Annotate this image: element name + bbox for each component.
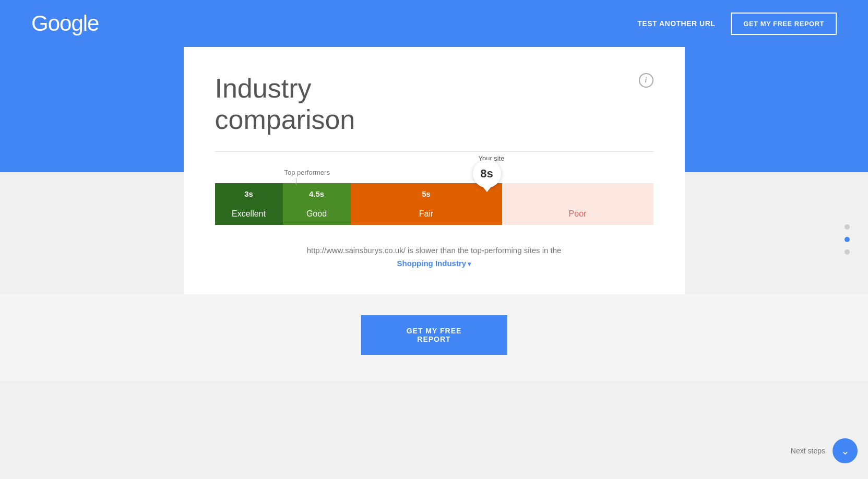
- description-section: http://www.sainsburys.co.uk/ is slower t…: [215, 246, 653, 268]
- info-icon[interactable]: i: [639, 73, 653, 88]
- bar-good: 4.5s Good: [283, 183, 351, 225]
- header: Google TEST ANOTHER URL GET MY FREE REPO…: [0, 0, 868, 47]
- next-steps-label: Next steps: [791, 447, 825, 455]
- test-another-url-button[interactable]: TEST ANOTHER URL: [637, 19, 715, 28]
- bar-excellent-label: Excellent: [232, 209, 266, 219]
- google-logo: Google: [31, 11, 99, 36]
- bar-fair: 5s Fair: [351, 183, 502, 225]
- bar-excellent-time: 3s: [244, 189, 253, 198]
- description-text: http://www.sainsburys.co.uk/ is slower t…: [215, 246, 653, 255]
- dot-3[interactable]: [845, 249, 850, 255]
- top-performers-line: [296, 178, 296, 185]
- pagination-dots: [845, 224, 850, 255]
- speed-bar: 3s Excellent 4.5s Good 5s Fair Poor: [215, 183, 653, 225]
- next-steps-section: Next steps ⌄: [791, 438, 858, 463]
- chevron-down-icon: ⌄: [841, 445, 850, 457]
- bar-fair-label: Fair: [419, 209, 434, 219]
- next-steps-button[interactable]: ⌄: [833, 438, 858, 463]
- speed-bar-container: Top performers Your site 8s 3s Excellent…: [215, 183, 653, 225]
- divider: [215, 151, 653, 152]
- top-performers-label: Top performers: [284, 169, 330, 176]
- bar-good-time: 4.5s: [309, 189, 324, 198]
- bottom-section: GET MY FREE REPORT: [0, 294, 868, 381]
- bar-fair-time: 5s: [422, 189, 431, 198]
- bar-good-label: Good: [306, 209, 327, 219]
- bar-poor-label: Poor: [569, 209, 587, 219]
- bar-excellent: 3s Excellent: [215, 183, 283, 225]
- industry-comparison-card: Industry comparison i Top performers You…: [184, 47, 685, 294]
- dot-2[interactable]: [845, 237, 850, 242]
- get-free-report-main-button[interactable]: GET MY FREE REPORT: [361, 315, 507, 355]
- speed-bubble: 8s: [473, 160, 501, 188]
- dot-1[interactable]: [845, 224, 850, 230]
- get-free-report-header-button[interactable]: GET MY FREE REPORT: [731, 13, 837, 35]
- industry-link[interactable]: Shopping Industry: [397, 259, 471, 268]
- content-wrapper: Industry comparison i Top performers You…: [0, 47, 868, 381]
- header-actions: TEST ANOTHER URL GET MY FREE REPORT: [637, 13, 837, 35]
- bar-poor: Poor: [502, 183, 653, 225]
- page-title: Industry comparison: [215, 73, 653, 136]
